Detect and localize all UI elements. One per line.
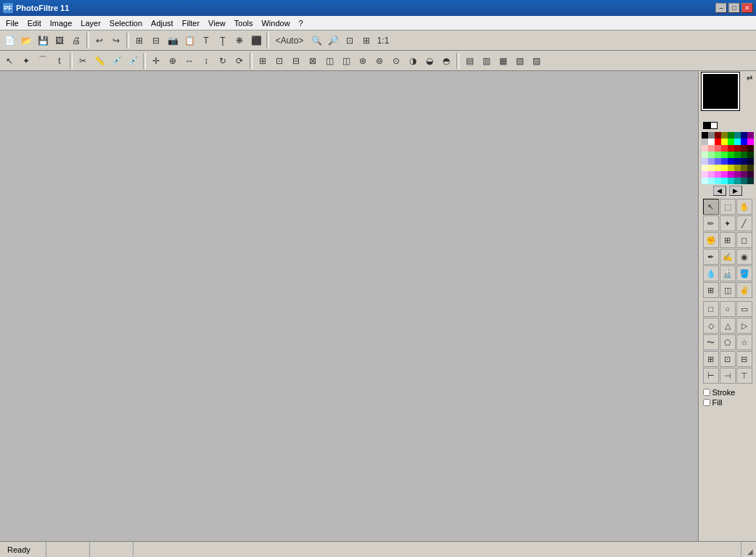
- tool-btn-airbrush[interactable]: ✦: [720, 215, 736, 231]
- tool-btn-callig[interactable]: ✍: [720, 249, 736, 265]
- toolbar-btn-table3[interactable]: ⊟: [288, 53, 304, 69]
- palette-cell[interactable]: [708, 139, 715, 145]
- shape-btn-bar2[interactable]: ⊣: [720, 368, 736, 384]
- palette-cell[interactable]: [734, 165, 741, 171]
- toolbar-btn-text[interactable]: T: [198, 33, 214, 49]
- toolbar-btn-flower[interactable]: ❋: [231, 33, 247, 49]
- tool-btn-dropper2[interactable]: 🔬: [720, 265, 736, 281]
- palette-cell[interactable]: [734, 145, 741, 152]
- tool-btn-stamp[interactable]: ◫: [720, 282, 736, 298]
- tool-btn-line[interactable]: ╱: [736, 215, 752, 231]
- shape-btn-polygon[interactable]: ⬠: [720, 334, 736, 350]
- toolbar-btn-copy-image[interactable]: 🖼: [52, 33, 67, 49]
- palette-cell[interactable]: [708, 171, 715, 178]
- tool-btn-fingers[interactable]: ✌: [736, 282, 752, 298]
- toolbar-btn-save[interactable]: 💾: [35, 33, 51, 49]
- palette-cell[interactable]: [708, 145, 715, 152]
- palette-cell[interactable]: [715, 132, 721, 139]
- toolbar-btn-open[interactable]: 📂: [18, 33, 34, 49]
- swap-colors-icon[interactable]: ⇄: [747, 74, 752, 82]
- toolbar-btn-measure[interactable]: 📏: [91, 53, 107, 69]
- palette-cell[interactable]: [734, 139, 741, 145]
- maximize-button[interactable]: □: [728, 3, 740, 13]
- palette-cell[interactable]: [747, 158, 754, 165]
- palette-cell[interactable]: [734, 158, 741, 165]
- toolbar-btn-100pct[interactable]: 1:1: [375, 33, 391, 49]
- palette-cell[interactable]: [747, 139, 754, 145]
- palette-cell[interactable]: [741, 152, 747, 158]
- tool-btn-arrow[interactable]: ↖: [703, 199, 719, 215]
- palette-cell[interactable]: [708, 152, 715, 158]
- toolbar-btn-paste[interactable]: 📋: [181, 33, 197, 49]
- menu-item-window[interactable]: Window: [257, 17, 294, 30]
- toolbar-btn-copy-merged[interactable]: ⊟: [148, 33, 164, 49]
- tool-btn-grab[interactable]: ✊: [703, 232, 719, 248]
- toolbar-btn-flip-v[interactable]: ↕: [198, 53, 214, 69]
- palette-cell[interactable]: [702, 171, 708, 178]
- shape-btn-star[interactable]: ☆: [736, 334, 752, 350]
- palette-cell[interactable]: [741, 132, 747, 139]
- palette-cell[interactable]: [741, 165, 747, 171]
- menu-item-layer[interactable]: Layer: [76, 17, 105, 30]
- palette-cell[interactable]: [741, 178, 747, 184]
- menu-item-tools[interactable]: Tools: [230, 17, 258, 30]
- palette-cell[interactable]: [741, 171, 747, 178]
- menu-item-edit[interactable]: Edit: [23, 17, 46, 30]
- palette-cell[interactable]: [734, 152, 741, 158]
- toolbar-btn-eyedropper2[interactable]: 💉: [125, 53, 141, 69]
- palette-cell[interactable]: [715, 171, 721, 178]
- palette-cell[interactable]: [741, 158, 747, 165]
- toolbar-btn-table5[interactable]: ◫: [321, 53, 337, 69]
- close-button[interactable]: ✕: [741, 3, 753, 13]
- palette-cell[interactable]: [734, 171, 741, 178]
- palette-cell[interactable]: [702, 132, 708, 139]
- toolbar-btn-t13[interactable]: ▤: [461, 53, 477, 69]
- toolbar-btn-magic-wand[interactable]: ✦: [18, 53, 34, 69]
- toolbar-btn-zoom-in[interactable]: 🔍: [308, 33, 324, 49]
- palette-cell[interactable]: [702, 178, 708, 184]
- palette-cell[interactable]: [747, 165, 754, 171]
- palette-cell[interactable]: [728, 145, 734, 152]
- palette-cell[interactable]: [715, 145, 721, 152]
- shape-btn-diamond[interactable]: ◇: [703, 318, 719, 334]
- shape-btn-arrow-shape[interactable]: ▷: [736, 318, 752, 334]
- toolbar-btn-table6[interactable]: ◫: [338, 53, 354, 69]
- menu-item-?[interactable]: ?: [295, 17, 308, 30]
- toolbar-btn-select-arrow[interactable]: ↖: [1, 53, 17, 69]
- tool-btn-smear[interactable]: ◉: [736, 249, 752, 265]
- palette-cell[interactable]: [734, 132, 741, 139]
- fg-color-swatch[interactable]: [702, 73, 739, 110]
- toolbar-btn-fit[interactable]: ⊡: [342, 33, 358, 49]
- toolbar-btn-undo[interactable]: ↩: [91, 33, 107, 49]
- toolbar-btn-zoom-dropdown[interactable]: <Auto>: [271, 33, 308, 49]
- toolbar-btn-t17[interactable]: ▨: [528, 53, 544, 69]
- menu-item-view[interactable]: View: [204, 17, 230, 30]
- toolbar-btn-paste-as-layer[interactable]: ⊞: [131, 33, 147, 49]
- palette-cell[interactable]: [715, 178, 721, 184]
- palette-cell[interactable]: [721, 139, 728, 145]
- menu-item-file[interactable]: File: [1, 17, 23, 30]
- shape-btn-mosaic-s3[interactable]: ⊟: [736, 351, 752, 367]
- palette-cell[interactable]: [721, 145, 728, 152]
- toolbar-btn-redo[interactable]: ↪: [108, 33, 124, 49]
- fill-checkbox[interactable]: [703, 399, 710, 406]
- toolbar-btn-table12[interactable]: ◓: [438, 53, 454, 69]
- toolbar-btn-table7[interactable]: ⊛: [355, 53, 371, 69]
- palette-cell[interactable]: [708, 132, 715, 139]
- palette-cell[interactable]: [747, 145, 754, 152]
- tool-btn-pencil[interactable]: ✏: [703, 215, 719, 231]
- toolbar-btn-table8[interactable]: ⊚: [371, 53, 387, 69]
- palette-cell[interactable]: [702, 145, 708, 152]
- palette-cell[interactable]: [715, 165, 721, 171]
- palette-cell[interactable]: [721, 171, 728, 178]
- tool-btn-rect-select[interactable]: ⬚: [720, 199, 736, 215]
- tool-btn-eraser[interactable]: ◻: [736, 232, 752, 248]
- palette-cell[interactable]: [721, 165, 728, 171]
- shape-btn-mosaic-s2[interactable]: ⊡: [720, 351, 736, 367]
- toolbar-btn-flip-h[interactable]: ↔: [181, 53, 197, 69]
- toolbar-btn-table10[interactable]: ◑: [405, 53, 421, 69]
- menu-item-image[interactable]: Image: [46, 17, 77, 30]
- menu-item-selection[interactable]: Selection: [105, 17, 147, 30]
- toolbar-btn-eyedropper[interactable]: 💉: [108, 53, 124, 69]
- shape-btn-bar3[interactable]: ⊤: [736, 368, 752, 384]
